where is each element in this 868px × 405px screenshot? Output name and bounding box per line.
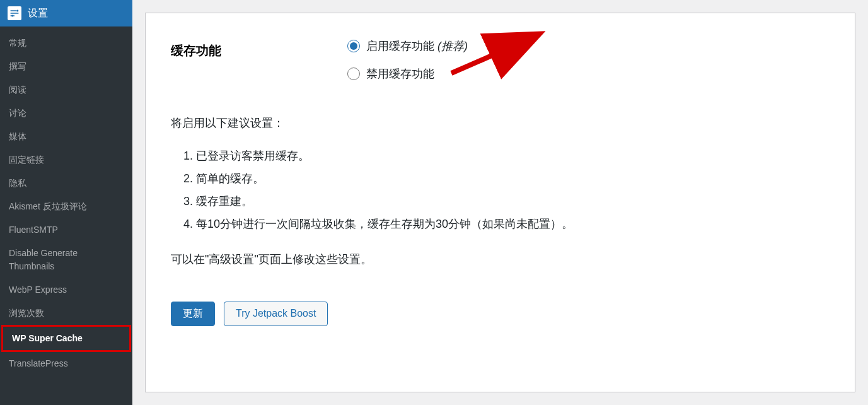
svg-point-0 xyxy=(16,9,18,11)
enable-cache-option[interactable]: 启用缓存功能 (推荐) xyxy=(347,38,842,54)
sidebar-parent-label: 设置 xyxy=(28,7,48,20)
enable-cache-text: 启用缓存功能 (推荐) xyxy=(366,38,468,54)
modify-note: 可以在"高级设置"页面上修改这些设置。 xyxy=(171,249,842,269)
list-item: 简单的缓存。 xyxy=(196,167,842,190)
main-content: 缓存功能 启用缓存功能 (推荐) xyxy=(145,13,855,392)
sidebar-item-discussion[interactable]: 讨论 xyxy=(0,102,132,125)
sidebar-item-privacy[interactable]: 隐私 xyxy=(0,172,132,195)
sidebar-item-translatepress[interactable]: TranslatePress xyxy=(0,352,132,375)
list-item: 缓存重建。 xyxy=(196,190,842,213)
sidebar-item-webp-express[interactable]: WebP Express xyxy=(0,278,132,302)
cache-setting-row: 缓存功能 启用缓存功能 (推荐) xyxy=(171,38,842,94)
list-item: 已登录访客禁用缓存。 xyxy=(196,144,842,167)
list-item: 每10分钟进行一次间隔垃圾收集，缓存生存期为30分钟（如果尚未配置）。 xyxy=(196,213,842,235)
sidebar-item-wp-super-cache[interactable]: WP Super Cache xyxy=(1,325,131,352)
sidebar-submenu: 常规 撰写 阅读 讨论 媒体 固定链接 隐私 Akismet 反垃圾评论 Flu… xyxy=(0,26,132,405)
enable-cache-radio[interactable] xyxy=(347,40,360,52)
svg-point-1 xyxy=(11,15,13,16)
sidebar-item-general[interactable]: 常规 xyxy=(0,32,132,55)
sidebar-item-reading[interactable]: 阅读 xyxy=(0,78,132,102)
sidebar-item-akismet[interactable]: Akismet 反垃圾评论 xyxy=(0,195,132,218)
disable-cache-radio[interactable] xyxy=(347,68,360,80)
suggest-intro: 将启用以下建议设置： xyxy=(171,113,842,133)
sidebar-item-permalinks[interactable]: 固定链接 xyxy=(0,148,132,172)
sidebar-item-views[interactable]: 浏览次数 xyxy=(0,302,132,325)
disable-cache-text: 禁用缓存功能 xyxy=(366,66,434,81)
sidebar-item-fluentsmtp[interactable]: FluentSMTP xyxy=(0,218,132,242)
sidebar-item-writing[interactable]: 撰写 xyxy=(0,55,132,78)
button-row: 更新 Try Jetpack Boost xyxy=(171,302,842,326)
suggest-list: 已登录访客禁用缓存。 简单的缓存。 缓存重建。 每10分钟进行一次间隔垃圾收集，… xyxy=(171,144,842,235)
sidebar-item-disable-thumbnails[interactable]: Disable Generate Thumbnails xyxy=(0,242,132,278)
admin-sidebar: 设置 常规 撰写 阅读 讨论 媒体 固定链接 隐私 Akismet 反垃圾评论 … xyxy=(0,0,132,405)
cache-feature-label: 缓存功能 xyxy=(171,38,347,59)
sidebar-item-media[interactable]: 媒体 xyxy=(0,125,132,148)
sidebar-parent-settings[interactable]: 设置 xyxy=(0,0,132,26)
settings-icon xyxy=(8,6,21,20)
cache-radio-group: 启用缓存功能 (推荐) 禁用缓存功能 xyxy=(347,38,842,81)
update-button[interactable]: 更新 xyxy=(171,302,215,326)
disable-cache-option[interactable]: 禁用缓存功能 xyxy=(347,66,842,81)
jetpack-boost-button[interactable]: Try Jetpack Boost xyxy=(224,302,328,326)
